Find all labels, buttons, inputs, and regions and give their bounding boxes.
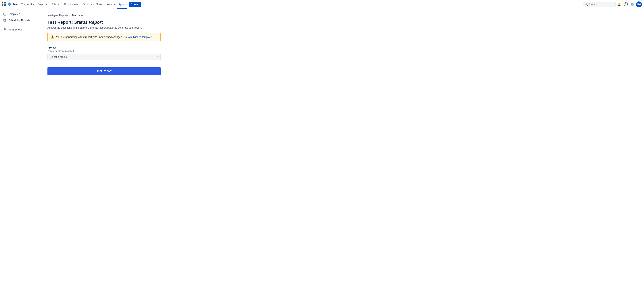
nav-filters-chevron: ▾: [60, 3, 60, 5]
svg-rect-3: [5, 14, 6, 15]
warning-message: You are generating a test report with un…: [56, 35, 124, 38]
scheduled-reports-icon: [3, 18, 6, 22]
project-label: Project: [48, 46, 161, 49]
permissions-icon: [3, 28, 6, 31]
search-icon: 🔍: [585, 3, 588, 6]
nav-your-work-chevron: ▾: [33, 3, 34, 5]
warning-text: You are generating a test report with un…: [56, 35, 152, 38]
jira-logo[interactable]: Jira: [7, 2, 18, 6]
sidebar-permissions-label: Permissions: [8, 28, 22, 31]
main-content: Intelligent Reports / Templates Test Rep…: [40, 9, 644, 305]
breadcrumb-parent[interactable]: Intelligent Reports: [48, 14, 68, 17]
svg-rect-2: [4, 14, 5, 15]
project-select-wrapper: Select a project ▾: [48, 54, 161, 60]
project-select[interactable]: Select a project: [48, 54, 161, 60]
project-form-group: Project Project for the status report Se…: [48, 46, 161, 60]
nav-filters-label: Filters: [52, 3, 59, 6]
help-icon: ?: [624, 2, 628, 6]
nav-assets[interactable]: Assets: [106, 0, 116, 9]
nav-plans-label: Plans: [96, 3, 102, 6]
templates-icon: [3, 12, 6, 16]
nav-plans[interactable]: Plans ▾: [94, 0, 105, 9]
sidebar-divider: [3, 25, 37, 25]
nav-plans-chevron: ▾: [102, 3, 104, 5]
notifications-button[interactable]: 🔔: [616, 1, 622, 7]
warning-link[interactable]: Go to published template: [124, 35, 152, 38]
warning-icon: ⚠️: [50, 35, 54, 39]
page-title: Test Report: Status Report: [48, 20, 637, 25]
create-button[interactable]: Create: [129, 2, 141, 7]
breadcrumb: Intelligent Reports / Templates: [48, 14, 637, 17]
nav-teams-label: Teams: [83, 3, 90, 6]
top-nav: Jira Your work ▾ Projects ▾ Filters ▾ Da…: [0, 0, 644, 9]
sidebar-item-permissions[interactable]: Permissions: [0, 26, 40, 33]
apps-grid-icon[interactable]: [2, 2, 6, 6]
search-placeholder: Search: [589, 3, 597, 6]
help-button[interactable]: ?: [623, 1, 629, 7]
nav-projects-chevron: ▾: [48, 3, 48, 5]
settings-button[interactable]: ⚙️: [630, 1, 635, 7]
nav-your-work[interactable]: Your work ▾: [20, 0, 36, 9]
nav-apps[interactable]: Apps ▾: [117, 0, 127, 9]
logo-area: Jira: [2, 2, 18, 6]
svg-point-7: [5, 30, 5, 30]
page-subtitle: Answer the questions and click the Gener…: [48, 26, 637, 29]
breadcrumb-separator: /: [70, 14, 70, 17]
sidebar-templates-label: Templates: [8, 12, 20, 15]
bell-icon: 🔔: [617, 2, 621, 6]
nav-dashboards-chevron: ▾: [78, 3, 79, 5]
nav-projects-label: Projects: [38, 3, 47, 6]
page-title-prefix: Test Report:: [48, 20, 74, 25]
nav-teams-chevron: ▾: [91, 3, 92, 5]
sidebar-item-scheduled-reports[interactable]: Scheduled Reports: [0, 17, 40, 23]
nav-your-work-label: Your work: [21, 3, 32, 6]
gear-icon: ⚙️: [630, 2, 634, 6]
sidebar: Templates Scheduled Reports Permissions: [0, 9, 40, 305]
nav-apps-label: Apps: [118, 3, 124, 6]
svg-rect-1: [5, 13, 6, 14]
nav-dashboards-label: Dashboards: [64, 3, 78, 6]
nav-teams[interactable]: Teams ▾: [82, 0, 93, 9]
nav-projects[interactable]: Projects ▾: [36, 0, 50, 9]
nav-dashboards[interactable]: Dashboards ▾: [62, 0, 81, 9]
form-section: Project Project for the status report Se…: [48, 46, 161, 75]
sidebar-scheduled-reports-label: Scheduled Reports: [8, 19, 30, 22]
test-report-button[interactable]: Test Report: [48, 67, 161, 75]
warning-banner: ⚠️ You are generating a test report with…: [48, 33, 161, 41]
nav-filters[interactable]: Filters ▾: [50, 0, 62, 9]
search-box[interactable]: 🔍 Search: [583, 2, 616, 7]
svg-rect-0: [4, 13, 5, 14]
nav-apps-chevron: ▾: [125, 3, 126, 5]
page-title-italic: Status Report: [74, 20, 103, 25]
sidebar-item-templates[interactable]: Templates: [0, 11, 40, 17]
nav-assets-label: Assets: [107, 3, 115, 6]
breadcrumb-current: Templates: [72, 14, 84, 17]
jira-logo-text: Jira: [12, 3, 18, 6]
avatar[interactable]: MW: [636, 1, 642, 7]
project-sublabel: Project for the status report: [48, 50, 161, 52]
